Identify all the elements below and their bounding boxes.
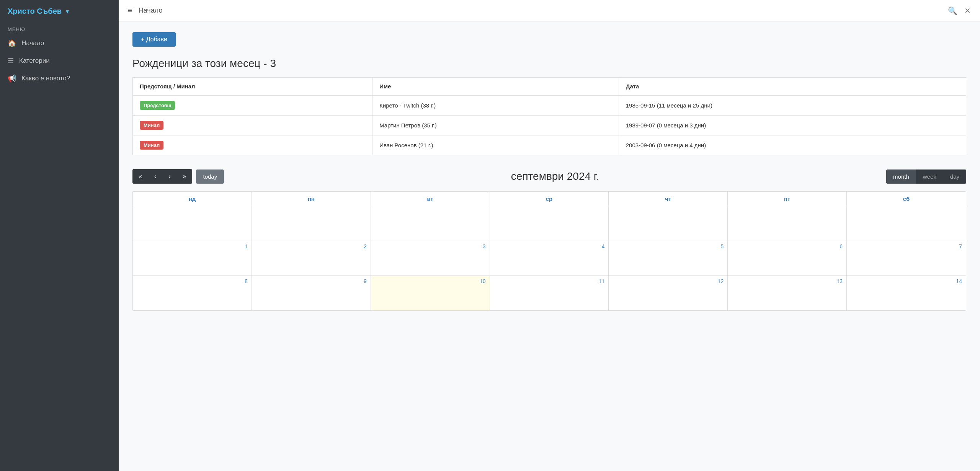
col-header-status: Предстоящ / Минал	[133, 78, 372, 96]
nav-btn-group: « ‹ › »	[132, 169, 192, 184]
cell-date: 9	[256, 278, 367, 284]
calendar-day-header: нд	[133, 192, 252, 206]
sidebar-item-categories[interactable]: ☰ Категории	[0, 52, 119, 70]
sidebar-item-label-news: Какво е новото?	[21, 75, 70, 82]
calendar-cell[interactable]	[371, 206, 490, 241]
categories-icon: ☰	[8, 57, 14, 65]
view-btn-day[interactable]: day	[943, 169, 966, 184]
sidebar-item-home[interactable]: 🏠 Начало	[0, 34, 119, 52]
cell-date: 2	[256, 243, 367, 249]
table-row: МиналМартин Петров (35 г.)1989-09-07 (0 …	[133, 116, 966, 135]
calendar-row: 1234567	[133, 241, 966, 276]
calendar-day-header: ср	[490, 192, 609, 206]
nav-last-button[interactable]: »	[177, 169, 193, 184]
search-icon[interactable]: 🔍	[948, 6, 957, 15]
cell-date: 13	[732, 278, 843, 284]
table-cell-status: Минал	[133, 116, 372, 135]
birthday-table: Предстоящ / Минал Име Дата ПредстоящКире…	[132, 77, 966, 155]
calendar-cell[interactable]	[609, 206, 728, 241]
calendar-day-header: сб	[847, 192, 966, 206]
table-cell-name: Кирето - Twitch (38 г.)	[372, 95, 619, 116]
table-row: ПредстоящКирето - Twitch (38 г.)1985-09-…	[133, 95, 966, 116]
table-cell-date: 1989-09-07 (0 месеца и 3 дни)	[619, 116, 966, 135]
calendar-cell[interactable]: 4	[490, 241, 609, 275]
calendar-cell[interactable]: 8	[133, 276, 252, 310]
hamburger-icon[interactable]: ≡	[128, 6, 132, 15]
expand-icon[interactable]: ✕	[964, 6, 971, 15]
calendar-cell[interactable]: 10	[371, 276, 490, 310]
table-cell-name: Мартин Петров (35 г.)	[372, 116, 619, 135]
cell-date: 12	[612, 278, 724, 284]
calendar-cell[interactable]	[490, 206, 609, 241]
status-badge: Минал	[140, 141, 163, 150]
calendar-row: 891011121314	[133, 276, 966, 310]
cell-date: 14	[851, 278, 962, 284]
calendar-header-row: ндпнвтсрчтптсб	[133, 192, 966, 206]
calendar-cell[interactable]: 13	[728, 276, 847, 310]
calendar-cell[interactable]: 14	[847, 276, 966, 310]
sidebar-item-label-categories: Категории	[19, 57, 50, 65]
table-cell-date: 2003-09-06 (0 месеца и 4 дни)	[619, 135, 966, 155]
calendar-cell[interactable]: 6	[728, 241, 847, 275]
table-cell-status: Предстоящ	[133, 95, 372, 116]
cell-date: 4	[494, 243, 605, 249]
cell-date: 5	[612, 243, 724, 249]
calendar-cell[interactable]: 5	[609, 241, 728, 275]
view-btn-month[interactable]: month	[886, 169, 916, 184]
col-header-name: Име	[372, 78, 619, 96]
sidebar-user-name[interactable]: Христо Събев	[8, 7, 62, 16]
topbar-icons: 🔍 ✕	[948, 6, 971, 15]
cell-date: 7	[851, 243, 962, 249]
calendar-row	[133, 206, 966, 241]
page-content: + Добави Рожденици за този месец - 3 Пре…	[119, 21, 980, 471]
calendar-day-header: пн	[252, 192, 371, 206]
cell-date: 3	[375, 243, 486, 249]
section-title: Рожденици за този месец - 3	[132, 57, 966, 70]
calendar-day-header: вт	[371, 192, 490, 206]
nav-first-button[interactable]: «	[132, 169, 148, 184]
calendar-cell[interactable]: 12	[609, 276, 728, 310]
news-icon: 📢	[8, 74, 16, 83]
view-btn-week[interactable]: week	[916, 169, 943, 184]
topbar-title: Начало	[139, 7, 942, 15]
main-content: ≡ Начало 🔍 ✕ + Добави Рожденици за този …	[119, 0, 980, 471]
nav-prev-button[interactable]: ‹	[148, 169, 162, 184]
calendar-cell[interactable]: 2	[252, 241, 371, 275]
calendar-day-header: пт	[728, 192, 847, 206]
sidebar-item-news[interactable]: 📢 Какво е новото?	[0, 70, 119, 87]
topbar: ≡ Начало 🔍 ✕	[119, 0, 980, 21]
sidebar-user-arrow[interactable]: ▼	[65, 8, 70, 15]
sidebar: Христо Събев ▼ МЕНЮ 🏠 Начало ☰ Категории…	[0, 0, 119, 471]
calendar-grid: ндпнвтсрчтптсб 1234567891011121314	[132, 191, 966, 311]
table-cell-date: 1985-09-15 (11 месеца и 25 дни)	[619, 95, 966, 116]
sidebar-menu-label: МЕНЮ	[0, 23, 119, 34]
table-cell-name: Иван Росенов (21 г.)	[372, 135, 619, 155]
calendar-month-title: септември 2024 г.	[228, 170, 882, 183]
calendar-cell[interactable]: 1	[133, 241, 252, 275]
calendar-cell[interactable]	[847, 206, 966, 241]
calendar-day-header: чт	[609, 192, 728, 206]
cell-date: 1	[137, 243, 248, 249]
today-button[interactable]: today	[196, 169, 224, 184]
sidebar-item-label-home: Начало	[21, 39, 44, 47]
calendar-cell[interactable]	[728, 206, 847, 241]
view-btn-group: monthweekday	[886, 169, 966, 184]
calendar-cell[interactable]	[133, 206, 252, 241]
cell-date: 10	[375, 278, 486, 284]
calendar-cell[interactable]: 9	[252, 276, 371, 310]
add-button[interactable]: + Добави	[132, 32, 176, 47]
status-badge: Минал	[140, 121, 163, 130]
calendar-cell[interactable]: 7	[847, 241, 966, 275]
col-header-date: Дата	[619, 78, 966, 96]
calendar-cell[interactable]	[252, 206, 371, 241]
home-icon: 🏠	[8, 39, 16, 47]
cell-date: 11	[494, 278, 605, 284]
table-row: МиналИван Росенов (21 г.)2003-09-06 (0 м…	[133, 135, 966, 155]
cell-date: 8	[137, 278, 248, 284]
calendar-body: 1234567891011121314	[133, 206, 966, 310]
sidebar-header: Христо Събев ▼	[0, 0, 119, 23]
calendar-nav: « ‹ › » today септември 2024 г. monthwee…	[132, 169, 966, 184]
nav-next-button[interactable]: ›	[162, 169, 176, 184]
calendar-cell[interactable]: 3	[371, 241, 490, 275]
calendar-cell[interactable]: 11	[490, 276, 609, 310]
